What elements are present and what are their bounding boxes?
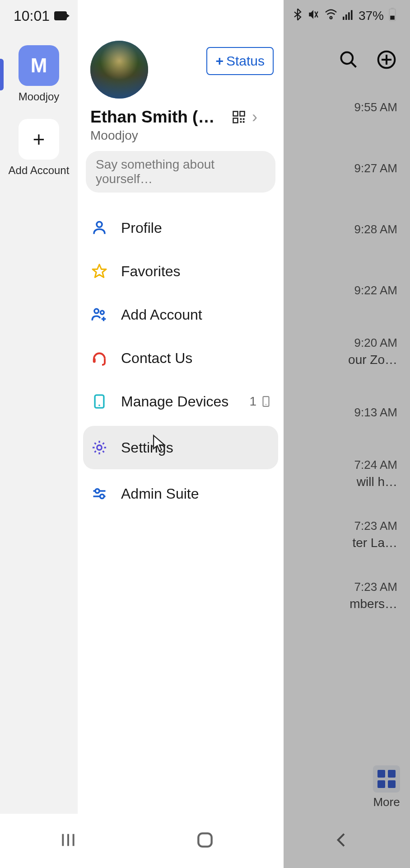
status-icons: 37% xyxy=(293,8,396,24)
gear-icon xyxy=(89,438,109,458)
about-me-input[interactable]: Say something about yourself… xyxy=(86,151,275,193)
menu-label: Favorites xyxy=(121,263,272,280)
profile-name-row[interactable]: Ethan Smith (Sn… › xyxy=(78,108,284,128)
menu-label: Settings xyxy=(121,439,272,456)
svg-point-18 xyxy=(100,311,104,314)
menu-label: Contact Us xyxy=(121,350,272,367)
drawer-scrim[interactable] xyxy=(284,0,410,868)
recent-apps-button[interactable] xyxy=(59,831,77,851)
svg-point-17 xyxy=(94,309,99,313)
cellular-signal-icon xyxy=(342,9,354,23)
profile-icon xyxy=(89,218,109,238)
account-drawer: + Status Ethan Smith (Sn… › Moodjoy Say … xyxy=(78,0,284,868)
svg-rect-11 xyxy=(233,118,238,123)
profile-name: Ethan Smith (Sn… xyxy=(90,108,226,127)
mute-icon xyxy=(307,9,320,24)
svg-rect-1 xyxy=(345,14,347,20)
svg-rect-5 xyxy=(391,8,393,9)
clock-time: 10:01 xyxy=(14,8,50,24)
menu-label: Admin Suite xyxy=(121,486,272,502)
menu-label: Manage Devices xyxy=(121,393,238,410)
add-workspace-button[interactable]: + xyxy=(19,119,59,160)
camera-recording-icon xyxy=(54,11,67,20)
qr-code-icon xyxy=(232,110,246,124)
menu-favorites[interactable]: Favorites xyxy=(78,250,284,293)
status-bar: 10:01 37% xyxy=(0,0,410,32)
workspace-sidebar: M Moodjoy + Add Account xyxy=(0,0,78,868)
profile-workspace-label: Moodjoy xyxy=(78,128,284,151)
svg-point-21 xyxy=(98,405,100,406)
phone-small-icon xyxy=(260,396,272,407)
plus-icon: + xyxy=(33,127,45,151)
menu-settings[interactable]: Settings xyxy=(83,426,278,469)
workspace-label: Moodjoy xyxy=(19,90,60,103)
svg-rect-15 xyxy=(243,121,245,123)
home-button[interactable] xyxy=(195,830,215,852)
status-button[interactable]: + Status xyxy=(206,47,274,75)
status-button-label: Status xyxy=(226,53,265,69)
svg-point-16 xyxy=(97,222,102,227)
menu-manage-devices[interactable]: Manage Devices 1 xyxy=(78,380,284,423)
menu-profile[interactable]: Profile xyxy=(78,206,284,250)
menu-label: Add Account xyxy=(121,307,272,323)
svg-rect-3 xyxy=(351,10,353,20)
workspace-initial: M xyxy=(31,54,47,77)
svg-point-24 xyxy=(97,445,102,450)
svg-point-25 xyxy=(95,489,99,493)
svg-rect-10 xyxy=(240,112,245,116)
add-workspace-label: Add Account xyxy=(9,164,70,177)
menu-label: Profile xyxy=(121,220,272,236)
svg-rect-12 xyxy=(240,118,242,120)
svg-rect-9 xyxy=(233,112,238,116)
svg-point-23 xyxy=(266,404,266,405)
active-workspace-indicator xyxy=(0,59,4,90)
add-account-icon xyxy=(89,305,109,325)
bluetooth-icon xyxy=(293,8,303,24)
sliders-icon xyxy=(89,484,109,504)
svg-rect-27 xyxy=(198,833,211,846)
battery-icon xyxy=(388,8,396,24)
menu-contact-us[interactable]: Contact Us xyxy=(78,336,284,380)
profile-avatar[interactable] xyxy=(90,41,148,99)
svg-point-26 xyxy=(100,495,104,499)
svg-rect-19 xyxy=(93,358,96,363)
device-icon xyxy=(89,392,109,411)
svg-rect-6 xyxy=(390,15,395,19)
svg-rect-14 xyxy=(240,121,242,123)
workspace-avatar[interactable]: M xyxy=(19,45,59,86)
device-count: 1 xyxy=(249,394,256,409)
menu-admin-suite[interactable]: Admin Suite xyxy=(78,472,284,515)
headset-icon xyxy=(89,348,109,368)
svg-rect-13 xyxy=(243,118,245,120)
battery-percent: 37% xyxy=(359,9,384,23)
chevron-right-icon: › xyxy=(252,108,257,127)
star-icon xyxy=(89,261,109,281)
menu-add-account[interactable]: Add Account xyxy=(78,293,284,336)
svg-rect-2 xyxy=(348,12,350,20)
plus-icon: + xyxy=(215,53,224,69)
svg-rect-0 xyxy=(343,17,345,20)
wifi-icon xyxy=(324,9,338,23)
